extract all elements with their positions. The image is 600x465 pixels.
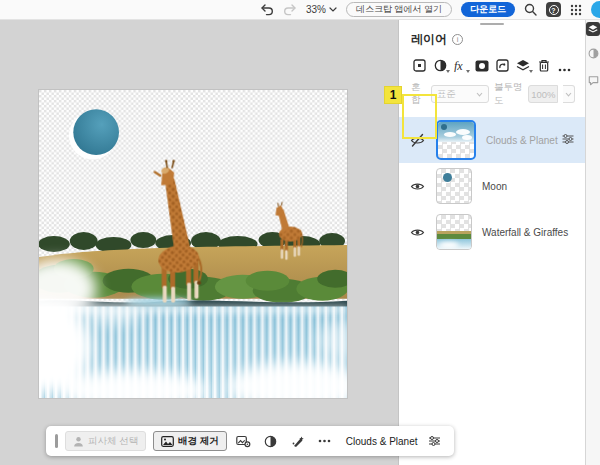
layers-stack-icon — [588, 24, 598, 34]
canvas-artwork — [39, 90, 347, 398]
layers-panel-toolbar: fx — [409, 56, 575, 72]
chevron-down-icon — [476, 92, 483, 97]
layer-properties-icon[interactable] — [425, 431, 445, 451]
adjustment-icon[interactable] — [430, 56, 451, 72]
adjustments-rail-icon[interactable] — [588, 45, 599, 63]
top-bar: 33% 데스크탑 앱에서 열기 다운로드 ? — [0, 0, 600, 20]
mask-icon[interactable] — [471, 56, 492, 72]
layers-panel-title: 레이어 — [411, 31, 447, 48]
search-icon[interactable] — [524, 3, 537, 16]
layers-panel: 레이어 i fx 혼합 — [398, 20, 585, 465]
layer-list: Clouds & Planet Moon — [399, 117, 585, 255]
visibility-toggle-visible[interactable] — [399, 227, 436, 238]
add-layer-icon[interactable] — [409, 56, 430, 72]
undo-icon[interactable] — [260, 3, 274, 16]
visibility-toggle-hidden[interactable] — [399, 133, 436, 147]
layer-row-clouds-planet[interactable]: Clouds & Planet — [399, 117, 585, 163]
fx-label: fx — [454, 59, 463, 72]
active-layer-name: Clouds & Planet — [346, 436, 418, 447]
eye-slash-icon — [410, 133, 425, 147]
contextual-task-bar: 피사체 선택 배경 제거 — [46, 426, 454, 456]
comments-rail-icon[interactable] — [588, 72, 599, 90]
apps-grid-icon[interactable] — [570, 4, 582, 16]
adjust-image-icon[interactable] — [234, 431, 254, 451]
select-subject-label: 피사체 선택 — [88, 435, 138, 448]
person-icon — [73, 436, 84, 447]
convert-smart-object-icon[interactable] — [492, 56, 513, 72]
layer-settings-icon[interactable] — [561, 131, 575, 149]
download-button[interactable]: 다운로드 — [461, 2, 515, 17]
right-rail — [585, 20, 600, 465]
layer-name: Moon — [482, 181, 507, 192]
panel-resize-grip[interactable] — [480, 23, 504, 25]
image-icon — [161, 436, 174, 447]
layer-name: Clouds & Planet — [486, 135, 558, 146]
layer-thumbnail[interactable] — [436, 214, 472, 250]
blend-opacity-row: 혼합 표준 불투명도 100% — [411, 81, 575, 107]
contrast-adjustment-icon[interactable] — [261, 431, 281, 451]
layer-thumbnail[interactable] — [436, 120, 476, 160]
select-subject-button[interactable]: 피사체 선택 — [65, 431, 146, 451]
zoom-level-control[interactable]: 33% — [306, 4, 337, 15]
layer-row-waterfall-giraffes[interactable]: Waterfall & Giraffes — [399, 209, 585, 255]
eye-icon — [410, 227, 425, 238]
blend-mode-label: 혼합 — [411, 81, 426, 107]
layer-thumbnail[interactable] — [436, 168, 472, 204]
more-options-icon[interactable] — [315, 431, 335, 451]
fx-icon[interactable]: fx — [451, 56, 472, 72]
zoom-level: 33% — [306, 4, 326, 15]
account-avatar[interactable] — [591, 1, 600, 18]
layer-name: Waterfall & Giraffes — [482, 227, 568, 238]
delete-layer-icon[interactable] — [534, 56, 555, 72]
redo-icon[interactable] — [283, 3, 297, 16]
opacity-label: 불투명도 — [494, 81, 523, 107]
remove-background-label: 배경 제거 — [178, 435, 219, 448]
help-icon[interactable]: ? — [546, 2, 561, 17]
panel-more-icon[interactable] — [554, 56, 575, 72]
chevron-down-icon — [329, 7, 337, 12]
visibility-toggle-visible[interactable] — [399, 181, 436, 192]
layers-panel-toggle[interactable] — [586, 22, 600, 36]
effects-brush-icon[interactable] — [288, 431, 308, 451]
blend-mode-value: 표준 — [437, 88, 456, 101]
layer-row-moon[interactable]: Moon — [399, 163, 585, 209]
annotation-step-badge: 1 — [384, 86, 402, 104]
opacity-input[interactable]: 100% — [528, 85, 558, 103]
document-canvas[interactable] — [38, 89, 348, 399]
chevron-down-icon — [565, 92, 572, 97]
info-icon[interactable]: i — [452, 34, 463, 45]
opacity-dropdown[interactable] — [563, 85, 575, 103]
remove-background-button[interactable]: 배경 제거 — [153, 431, 227, 451]
layers-stack-icon[interactable] — [513, 56, 534, 72]
blend-mode-select[interactable]: 표준 — [431, 85, 489, 103]
eye-icon — [410, 181, 425, 192]
open-in-desktop-button[interactable]: 데스크탑 앱에서 열기 — [346, 2, 452, 17]
taskbar-drag-handle[interactable] — [55, 434, 58, 448]
